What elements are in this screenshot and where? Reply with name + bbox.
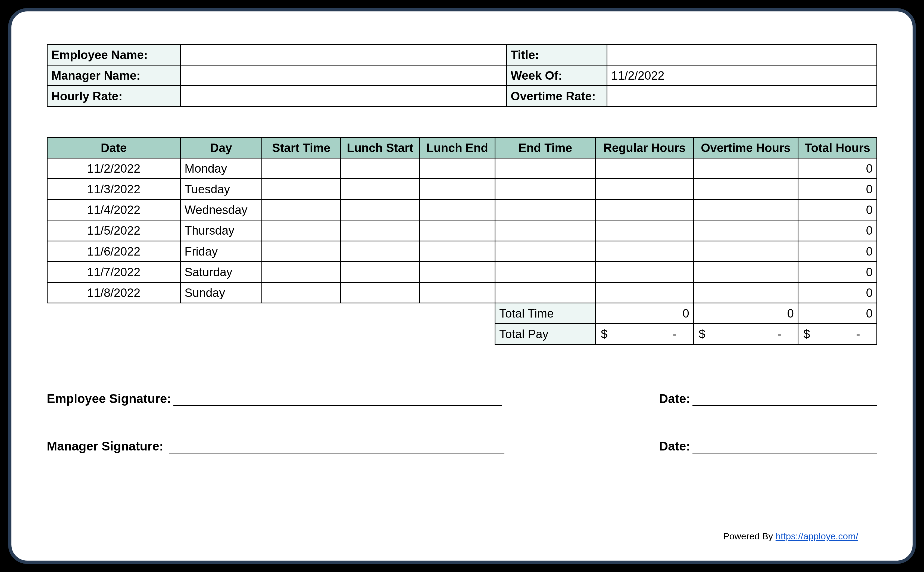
manager-name-label: Manager Name: bbox=[47, 65, 180, 86]
col-start-time: Start Time bbox=[262, 137, 341, 158]
overtime-rate-label: Overtime Rate: bbox=[507, 86, 607, 107]
cell-day: Monday bbox=[180, 158, 262, 179]
cell-regular-hours[interactable] bbox=[596, 199, 693, 220]
cell-overtime-hours[interactable] bbox=[693, 241, 798, 261]
hourly-rate-value[interactable] bbox=[180, 86, 507, 107]
manager-signature-date-line[interactable] bbox=[693, 438, 877, 454]
cell-lunch-end[interactable] bbox=[420, 220, 495, 241]
cell-lunch-start[interactable] bbox=[341, 261, 420, 282]
cell-start-time[interactable] bbox=[262, 241, 341, 261]
canvas: Employee Name: Title: Manager Name: Week… bbox=[0, 0, 924, 572]
cell-total-hours: 0 bbox=[798, 199, 877, 220]
cell-overtime-hours[interactable] bbox=[693, 158, 798, 179]
cell-day: Sunday bbox=[180, 282, 262, 303]
col-lunch-start: Lunch Start bbox=[341, 137, 420, 158]
title-value[interactable] bbox=[607, 45, 877, 65]
cell-date: 11/7/2022 bbox=[47, 261, 180, 282]
cell-total-hours: 0 bbox=[798, 241, 877, 261]
col-day: Day bbox=[180, 137, 262, 158]
cell-lunch-start[interactable] bbox=[341, 220, 420, 241]
employee-signature-date-label: Date: bbox=[659, 391, 690, 406]
cell-day: Tuesday bbox=[180, 179, 262, 199]
manager-signature-date-label: Date: bbox=[659, 439, 690, 454]
cell-overtime-hours[interactable] bbox=[693, 282, 798, 303]
currency-symbol: $ bbox=[699, 327, 705, 340]
cell-start-time[interactable] bbox=[262, 220, 341, 241]
cell-lunch-start[interactable] bbox=[341, 179, 420, 199]
cell-regular-hours[interactable] bbox=[596, 158, 693, 179]
cell-overtime-hours[interactable] bbox=[693, 220, 798, 241]
cell-end-time[interactable] bbox=[495, 179, 596, 199]
total-time-total: 0 bbox=[798, 303, 877, 324]
total-time-overtime: 0 bbox=[693, 303, 798, 324]
cell-lunch-start[interactable] bbox=[341, 158, 420, 179]
cell-lunch-start[interactable] bbox=[341, 282, 420, 303]
cell-start-time[interactable] bbox=[262, 261, 341, 282]
pay-value: - bbox=[673, 326, 677, 342]
cell-day: Thursday bbox=[180, 220, 262, 241]
cell-regular-hours[interactable] bbox=[596, 261, 693, 282]
cell-day: Friday bbox=[180, 241, 262, 261]
overtime-rate-value[interactable] bbox=[607, 86, 877, 107]
footer-link[interactable]: https://apploye.com/ bbox=[776, 531, 858, 541]
timesheet-table: Date Day Start Time Lunch Start Lunch En… bbox=[47, 137, 877, 345]
table-row: 11/2/2022Monday0 bbox=[47, 158, 877, 179]
cell-date: 11/6/2022 bbox=[47, 241, 180, 261]
employee-signature-label: Employee Signature: bbox=[47, 391, 171, 406]
week-of-value[interactable]: 11/2/2022 bbox=[607, 65, 877, 86]
manager-name-value[interactable] bbox=[180, 65, 507, 86]
table-row: 11/7/2022Saturday0 bbox=[47, 261, 877, 282]
cell-date: 11/3/2022 bbox=[47, 179, 180, 199]
currency-symbol: $ bbox=[601, 327, 608, 340]
table-row: 11/3/2022Tuesday0 bbox=[47, 179, 877, 199]
document-frame: Employee Name: Title: Manager Name: Week… bbox=[8, 8, 916, 564]
table-row: 11/8/2022Sunday0 bbox=[47, 282, 877, 303]
cell-regular-hours[interactable] bbox=[596, 179, 693, 199]
col-lunch-end: Lunch End bbox=[420, 137, 495, 158]
cell-start-time[interactable] bbox=[262, 282, 341, 303]
cell-end-time[interactable] bbox=[495, 220, 596, 241]
employee-signature-line[interactable] bbox=[174, 391, 502, 406]
cell-end-time[interactable] bbox=[495, 261, 596, 282]
cell-overtime-hours[interactable] bbox=[693, 199, 798, 220]
cell-lunch-start[interactable] bbox=[341, 241, 420, 261]
cell-overtime-hours[interactable] bbox=[693, 179, 798, 199]
employee-name-value[interactable] bbox=[180, 45, 507, 65]
cell-total-hours: 0 bbox=[798, 179, 877, 199]
cell-regular-hours[interactable] bbox=[596, 282, 693, 303]
cell-lunch-end[interactable] bbox=[420, 179, 495, 199]
table-row: 11/5/2022Thursday0 bbox=[47, 220, 877, 241]
cell-date: 11/5/2022 bbox=[47, 220, 180, 241]
cell-start-time[interactable] bbox=[262, 199, 341, 220]
header-table: Employee Name: Title: Manager Name: Week… bbox=[47, 44, 877, 107]
cell-end-time[interactable] bbox=[495, 282, 596, 303]
employee-name-label: Employee Name: bbox=[47, 45, 180, 65]
manager-signature-line[interactable] bbox=[169, 438, 504, 454]
employee-signature-date-line[interactable] bbox=[693, 391, 877, 406]
col-total-hours: Total Hours bbox=[798, 137, 877, 158]
cell-regular-hours[interactable] bbox=[596, 220, 693, 241]
cell-lunch-end[interactable] bbox=[420, 241, 495, 261]
cell-end-time[interactable] bbox=[495, 241, 596, 261]
signatures: Employee Signature: Date: Manager Signat… bbox=[47, 391, 877, 454]
cell-lunch-end[interactable] bbox=[420, 282, 495, 303]
cell-lunch-end[interactable] bbox=[420, 199, 495, 220]
cell-start-time[interactable] bbox=[262, 179, 341, 199]
cell-lunch-start[interactable] bbox=[341, 199, 420, 220]
cell-end-time[interactable] bbox=[495, 199, 596, 220]
cell-total-hours: 0 bbox=[798, 282, 877, 303]
cell-lunch-end[interactable] bbox=[420, 158, 495, 179]
total-pay-label: Total Pay bbox=[495, 324, 596, 345]
cell-lunch-end[interactable] bbox=[420, 261, 495, 282]
total-pay-overtime: $ - bbox=[693, 324, 798, 345]
cell-overtime-hours[interactable] bbox=[693, 261, 798, 282]
week-of-label: Week Of: bbox=[507, 65, 607, 86]
cell-end-time[interactable] bbox=[495, 158, 596, 179]
table-row: 11/6/2022Friday0 bbox=[47, 241, 877, 261]
cell-day: Saturday bbox=[180, 261, 262, 282]
cell-regular-hours[interactable] bbox=[596, 241, 693, 261]
hourly-rate-label: Hourly Rate: bbox=[47, 86, 180, 107]
cell-start-time[interactable] bbox=[262, 158, 341, 179]
powered-by-text: Powered By bbox=[723, 531, 776, 541]
cell-date: 11/8/2022 bbox=[47, 282, 180, 303]
